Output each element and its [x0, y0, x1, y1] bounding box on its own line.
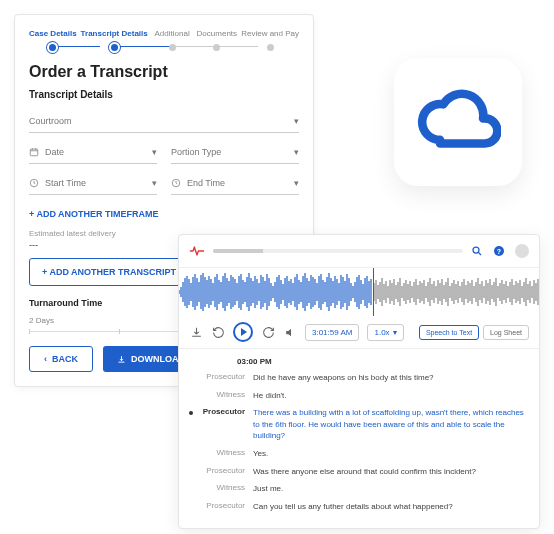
calendar-icon: [29, 147, 39, 157]
speaker-label: Prosecutor: [201, 407, 245, 416]
transcript-line[interactable]: Prosecutor Can you tell us any futher de…: [189, 501, 529, 513]
waveform-svg: [179, 268, 539, 316]
chevron-down-icon: ▾: [152, 147, 157, 157]
step-dot-icon: [111, 44, 118, 51]
add-timeframe-button[interactable]: + ADD ANOTHER TIMEFRAME: [29, 203, 159, 225]
player-top-bar: ?: [179, 235, 539, 268]
speaker-label: Witness: [201, 483, 245, 492]
transcript-line[interactable]: Witness He didn't.: [189, 390, 529, 402]
volume-button[interactable]: [283, 325, 297, 339]
step-case-details[interactable]: Case Details: [29, 29, 77, 51]
chevron-down-icon: ▾: [294, 116, 299, 126]
step-dot-icon: [169, 44, 176, 51]
svg-point-3: [473, 247, 479, 253]
line-text: Was there anyone else around that could …: [253, 466, 529, 478]
clock-icon: [171, 178, 181, 188]
rewind-button[interactable]: [211, 325, 225, 339]
back-label: BACK: [52, 354, 78, 364]
step-review-pay[interactable]: Review and Pay: [241, 29, 299, 51]
cloud-badge: [394, 58, 522, 186]
back-button[interactable]: ‹ BACK: [29, 346, 93, 372]
waveform[interactable]: [179, 268, 539, 316]
step-line: [217, 46, 258, 47]
step-label: Additional: [152, 29, 193, 38]
add-transcript-button[interactable]: + ADD ANOTHER TRANSCRIPT: [29, 258, 189, 286]
line-text: Can you tell us any futher details about…: [253, 501, 529, 513]
chevron-down-icon: ▾: [294, 147, 299, 157]
field-label: Courtroom: [29, 116, 72, 126]
transcript-line[interactable]: Prosecutor Did he have any weapons on hi…: [189, 372, 529, 384]
step-dot-icon: [267, 44, 274, 51]
tab-speech-to-text[interactable]: Speech to Text: [419, 325, 479, 340]
page-title: Order a Transcript: [29, 63, 299, 81]
time-display[interactable]: 3:01:59 AM: [305, 324, 359, 341]
transcript-line[interactable]: Prosecutor There was a building with a l…: [189, 407, 529, 442]
field-label: End Time: [187, 178, 225, 188]
speaker-label: Prosecutor: [201, 466, 245, 475]
pulse-logo-icon: [189, 243, 205, 259]
portion-type-select[interactable]: Portion Type ▾: [171, 141, 299, 164]
time-marker: 03:00 PM: [237, 357, 529, 366]
clock-icon: [29, 178, 39, 188]
tab-log-sheet[interactable]: Log Sheet: [483, 325, 529, 340]
rate-value: 1.0x: [374, 328, 389, 337]
turnaround-min: 2 Days: [29, 316, 54, 325]
step-label: Transcript Details: [81, 29, 148, 38]
line-text: Yes.: [253, 448, 529, 460]
top-scrubber[interactable]: [213, 249, 463, 253]
user-avatar-icon[interactable]: [515, 244, 529, 258]
field-label: Date: [45, 147, 64, 157]
end-time-field[interactable]: End Time ▾: [171, 172, 299, 195]
step-documents[interactable]: Documents: [196, 29, 237, 51]
playback-rate-select[interactable]: 1.0x ▾: [367, 324, 403, 341]
help-icon[interactable]: ?: [493, 245, 505, 257]
line-text: There was a building with a lot of scaff…: [253, 407, 529, 442]
current-marker-icon: [189, 411, 193, 415]
download-audio-button[interactable]: [189, 325, 203, 339]
speaker-label: Prosecutor: [201, 372, 245, 381]
step-line: [172, 46, 213, 47]
step-dot-icon: [213, 44, 220, 51]
search-icon[interactable]: [471, 245, 483, 257]
player-controls: 3:01:59 AM 1.0x ▾ Speech to Text Log She…: [179, 316, 539, 349]
line-text: He didn't.: [253, 390, 529, 402]
step-line: [53, 46, 101, 47]
section-label: Transcript Details: [29, 89, 299, 100]
transcript-line[interactable]: Witness Yes.: [189, 448, 529, 460]
play-icon: [241, 328, 247, 336]
step-dot-icon: [49, 44, 56, 51]
cloud-icon: [415, 79, 501, 165]
speaker-label: Witness: [201, 448, 245, 457]
forward-button[interactable]: [261, 325, 275, 339]
step-label: Documents: [196, 29, 237, 38]
chevron-down-icon: ▾: [294, 178, 299, 188]
progress-steps: Case Details Transcript Details Addition…: [29, 29, 299, 51]
svg-rect-0: [30, 149, 38, 156]
play-button[interactable]: [233, 322, 253, 342]
line-text: Did he have any weapons on his body at t…: [253, 372, 529, 384]
transcript-line[interactable]: Prosecutor Was there anyone else around …: [189, 466, 529, 478]
svg-text:?: ?: [497, 248, 501, 255]
download-icon: [117, 355, 126, 364]
transcript-line[interactable]: Witness Just me.: [189, 483, 529, 495]
chevron-left-icon: ‹: [44, 354, 47, 364]
field-label: Portion Type: [171, 147, 221, 157]
start-time-field[interactable]: Start Time ▾: [29, 172, 157, 195]
time-value: 3:01:59 AM: [312, 328, 352, 337]
transcript-body: 03:00 PM Prosecutor Did he have any weap…: [179, 349, 539, 528]
field-label: Start Time: [45, 178, 86, 188]
line-text: Just me.: [253, 483, 529, 495]
step-additional[interactable]: Additional: [152, 29, 193, 51]
speaker-label: Prosecutor: [201, 501, 245, 510]
playhead-indicator[interactable]: [373, 268, 374, 316]
step-label: Case Details: [29, 29, 77, 38]
speaker-label: Witness: [201, 390, 245, 399]
download-label: DOWNLOAD: [131, 354, 185, 364]
step-transcript-details[interactable]: Transcript Details: [81, 29, 148, 51]
chevron-down-icon: ▾: [152, 178, 157, 188]
step-label: Review and Pay: [241, 29, 299, 38]
date-field[interactable]: Date ▾: [29, 141, 157, 164]
courtroom-select[interactable]: Courtroom ▾: [29, 110, 299, 133]
transcript-player-panel: ?: [178, 234, 540, 529]
chevron-down-icon: ▾: [393, 328, 397, 337]
